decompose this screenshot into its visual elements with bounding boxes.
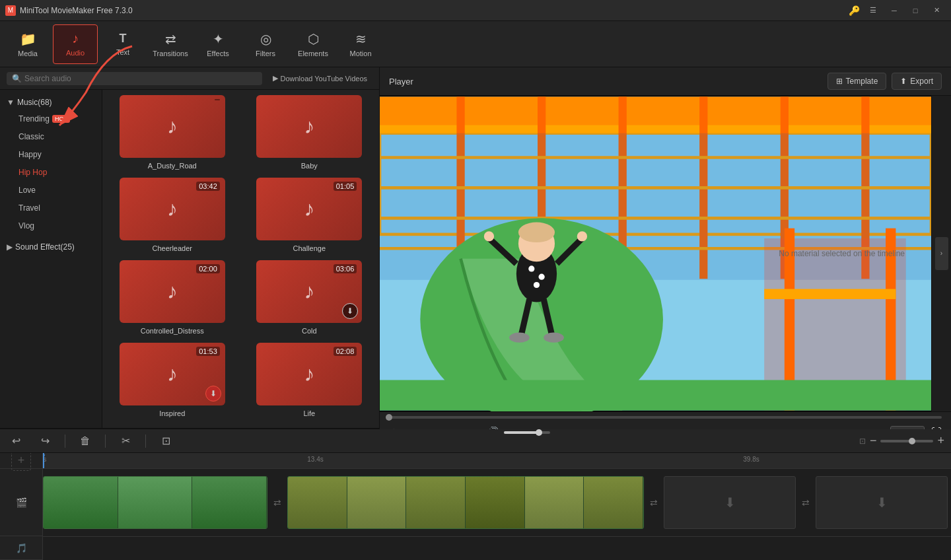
menu-button[interactable]: ☰ bbox=[864, 3, 882, 18]
controlled-distress-duration: 02:00 bbox=[196, 264, 220, 273]
sound-effect-header[interactable]: ▶ Sound Effect(25) bbox=[0, 240, 102, 254]
titlebar: M MiniTool MovieMaker Free 7.3.0 🔑 ☰ ─ □… bbox=[0, 0, 951, 21]
audio-card-cheerleader[interactable]: ♪ 03:42 Cheerleader bbox=[108, 178, 237, 252]
transition-1[interactable]: ⇄ bbox=[267, 476, 287, 529]
transition-3[interactable]: ⇄ bbox=[796, 476, 816, 529]
add-track-button[interactable]: + bbox=[11, 453, 31, 471]
sidebar-item-vlog[interactable]: Vlog bbox=[4, 217, 98, 234]
sidebar-item-classic[interactable]: Classic bbox=[4, 128, 98, 145]
close-button[interactable]: ✕ bbox=[927, 3, 946, 18]
audio-title: A_Dusty_Road bbox=[148, 162, 197, 170]
ruler-time-39: 39.8s bbox=[743, 456, 759, 463]
volume-slider[interactable] bbox=[504, 431, 550, 434]
search-input[interactable] bbox=[24, 74, 257, 83]
audio-track bbox=[43, 536, 951, 560]
track-labels: + 🎬 🎵 bbox=[0, 453, 43, 560]
motion-tool-button[interactable]: ≋ Motion bbox=[338, 24, 383, 64]
crop-button[interactable]: ⊡ bbox=[157, 432, 175, 450]
transitions-tool-button[interactable]: ⇄ Transitions bbox=[148, 24, 193, 64]
key-icon: 🔑 bbox=[849, 5, 860, 16]
player-title: Player bbox=[389, 77, 413, 87]
music-note-icon: ♪ bbox=[304, 279, 314, 304]
music-note-icon: ♪ bbox=[167, 279, 178, 304]
clip-thumbnails-2 bbox=[288, 477, 643, 528]
undo-button[interactable]: ↩ bbox=[7, 432, 25, 450]
audio-card-a-dusty-road[interactable]: ♪ A_Dusty_Road bbox=[108, 95, 237, 170]
zoom-slider[interactable] bbox=[880, 440, 933, 442]
sidebar-item-happy[interactable]: Happy bbox=[4, 146, 98, 163]
happy-label: Happy bbox=[18, 150, 42, 159]
main-area: 🔍 ▶ Download YouTube Videos ▼ Music(68) … bbox=[0, 67, 951, 428]
inspired-download-button[interactable]: ⬇ bbox=[205, 386, 221, 402]
audio-label: Audio bbox=[66, 49, 85, 57]
sidebar-item-trending[interactable]: Trending HOT bbox=[4, 110, 98, 127]
maximize-button[interactable]: □ bbox=[906, 3, 925, 18]
window-controls: ☰ ─ □ ✕ bbox=[864, 3, 946, 18]
audio-card-life[interactable]: ♪ 02:08 Life bbox=[245, 343, 374, 417]
media-tool-button[interactable]: 📁 Media bbox=[5, 24, 50, 64]
playhead[interactable] bbox=[43, 453, 44, 468]
text-tool-button[interactable]: T Text bbox=[100, 24, 145, 64]
export-label: Export bbox=[910, 77, 933, 86]
ruler-label: + bbox=[0, 453, 42, 469]
video-clip-1[interactable] bbox=[43, 476, 267, 529]
delete-button[interactable]: 🗑 bbox=[76, 432, 94, 450]
zoom-out-button[interactable]: − bbox=[870, 434, 877, 448]
sidebar-item-hiphop[interactable]: Hip Hop bbox=[4, 164, 98, 181]
search-icon: 🔍 bbox=[12, 74, 22, 83]
empty-clip-2[interactable]: ⬇ bbox=[816, 476, 948, 529]
clip-frame-1 bbox=[44, 477, 118, 528]
minimize-button[interactable]: ─ bbox=[885, 3, 903, 18]
empty-clip-1[interactable]: ⬇ bbox=[664, 476, 796, 529]
sidebar-item-travel[interactable]: Travel bbox=[4, 199, 98, 217]
cold-duration: 03:06 bbox=[334, 264, 357, 273]
effects-tool-button[interactable]: ✦ Effects bbox=[195, 24, 240, 64]
filters-tool-button[interactable]: ◎ Filters bbox=[243, 24, 288, 64]
clip-thumbnails bbox=[44, 477, 267, 528]
audio-card-baby[interactable]: ♪ Baby bbox=[245, 95, 374, 170]
vlog-label: Vlog bbox=[18, 221, 34, 230]
media-icon: 📁 bbox=[20, 31, 36, 47]
redo-button[interactable]: ↪ bbox=[36, 432, 54, 450]
life-duration: 02:08 bbox=[334, 347, 357, 356]
toolbar-divider-2 bbox=[105, 435, 106, 448]
template-icon: ⊞ bbox=[836, 77, 843, 86]
sound-effect-label: Sound Effect(25) bbox=[15, 242, 75, 252]
toolbar-divider-3 bbox=[145, 435, 146, 448]
transition-2[interactable]: ⇄ bbox=[644, 476, 664, 529]
audio-card-controlled-distress[interactable]: ♪ 02:00 Controlled_Distress bbox=[108, 260, 237, 335]
player-area: No material selected on the timeline › bbox=[380, 96, 951, 411]
download-youtube-button[interactable]: ▶ Download YouTube Videos bbox=[267, 71, 373, 85]
elements-tool-button[interactable]: ⬡ Elements bbox=[291, 24, 335, 64]
app-icon: M bbox=[5, 5, 16, 16]
audio-track-label: 🎵 bbox=[0, 536, 42, 560]
toolbar: 📁 Media ♪ Audio T Text ⇄ Transitions ✦ E… bbox=[0, 21, 951, 67]
sidebar-item-love[interactable]: Love bbox=[4, 182, 98, 199]
transitions-label: Transitions bbox=[153, 50, 188, 57]
audio-title: Cold bbox=[302, 327, 317, 335]
music-note-icon: ♪ bbox=[304, 114, 314, 139]
panel-toggle-button[interactable]: › bbox=[935, 237, 948, 270]
clip-frame-7 bbox=[466, 477, 525, 528]
player-header: Player ⊞ Template ⬆ Export bbox=[380, 67, 951, 96]
volume-fill bbox=[504, 431, 539, 434]
audio-tool-button[interactable]: ♪ Audio bbox=[53, 24, 98, 64]
music-section-header[interactable]: ▼ Music(68) bbox=[0, 95, 102, 110]
video-clip-2[interactable] bbox=[287, 476, 644, 529]
audio-card-cold[interactable]: ♪ 03:06 ⬇ Cold bbox=[245, 260, 374, 335]
clip-frame-5 bbox=[347, 477, 407, 528]
clip-frame-6 bbox=[406, 477, 466, 528]
audio-card-inspired[interactable]: ♪ 01:53 ⬇ Inspired bbox=[108, 343, 237, 417]
progress-bar[interactable] bbox=[389, 416, 942, 419]
audio-card-challenge[interactable]: ♪ 01:05 Challenge bbox=[245, 178, 374, 252]
zoom-in-button[interactable]: + bbox=[937, 434, 944, 448]
cut-button[interactable]: ✂ bbox=[116, 432, 135, 450]
filters-icon: ◎ bbox=[260, 31, 271, 47]
timeline-tracks: 0s 13.4s 39.8s ⇄ bbox=[43, 453, 951, 560]
progress-handle[interactable] bbox=[386, 414, 392, 421]
template-button[interactable]: ⊞ Template bbox=[828, 73, 887, 90]
audio-title: Inspired bbox=[159, 409, 185, 417]
cold-download-button[interactable]: ⬇ bbox=[342, 303, 358, 319]
export-button[interactable]: ⬆ Export bbox=[892, 73, 942, 90]
export-icon: ⬆ bbox=[900, 77, 907, 86]
